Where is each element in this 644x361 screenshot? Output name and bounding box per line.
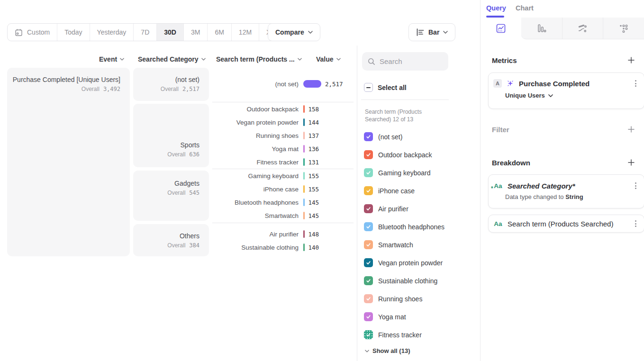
checkbox-checked[interactable] <box>364 132 373 141</box>
metrics-section-title: Metrics <box>492 56 517 64</box>
kebab-menu-icon[interactable] <box>634 219 637 228</box>
checkbox-checked[interactable] <box>364 150 373 159</box>
legend-item[interactable]: Air purifier <box>364 204 408 213</box>
range-7d[interactable]: 7D <box>134 24 157 41</box>
column-header-category[interactable]: Searched Category <box>138 55 206 63</box>
bar[interactable] <box>303 185 305 193</box>
date-range-selector: Custom Today Yesterday 7D 30D 3M 6M 12M … <box>7 23 296 41</box>
group-separator <box>212 223 354 223</box>
add-filter-button[interactable] <box>627 126 635 133</box>
range-6m[interactable]: 6M <box>208 24 231 41</box>
search-input[interactable] <box>380 57 443 65</box>
panel-divider <box>357 45 357 361</box>
tab-insights[interactable] <box>481 18 521 39</box>
checkbox-checked[interactable] <box>364 222 373 231</box>
metric-name: Purchase Completed <box>519 80 629 88</box>
kebab-menu-icon[interactable] <box>634 79 637 88</box>
legend-item[interactable]: Bluetooth headphones <box>364 222 444 231</box>
chart-row: Outdoor backpack 158 <box>212 105 354 113</box>
legend-item[interactable]: Fitness tracker <box>364 330 422 339</box>
category-cell-sports[interactable]: Sports Overall636 <box>133 104 209 167</box>
bar[interactable] <box>303 230 305 238</box>
select-all-checkbox[interactable] <box>364 83 373 92</box>
bar[interactable] <box>303 212 305 219</box>
range-today[interactable]: Today <box>57 24 90 41</box>
measure-selector[interactable]: Unique Users <box>505 92 644 99</box>
metric-card[interactable]: A Purchase Completed Unique Users <box>488 72 644 109</box>
flows-icon <box>577 23 588 34</box>
show-all-button[interactable]: Show all (13) <box>365 347 410 354</box>
legend-item[interactable]: Running shoes <box>364 294 422 303</box>
checkbox-checked[interactable] <box>364 330 373 339</box>
term-value: 137 <box>308 132 319 139</box>
breakdown-card-search-term[interactable]: Aa Search term (Products Searched) <box>488 215 644 233</box>
term-value: 136 <box>308 145 319 153</box>
string-property-icon: Aa <box>493 220 503 227</box>
term-value: 155 <box>308 186 319 193</box>
chart-row: iPhone case 155 <box>212 185 354 193</box>
checkbox-checked[interactable] <box>364 294 373 303</box>
chart-row: Running shoes 137 <box>212 131 354 140</box>
bar[interactable] <box>303 199 305 206</box>
legend-item[interactable]: Gaming keyboard <box>364 168 431 177</box>
legend-item[interactable]: Vegan protein powder <box>364 258 443 267</box>
select-all[interactable]: Select all <box>364 83 407 92</box>
category-cell-not-set[interactable]: (not set) Overall2,517 <box>133 68 209 101</box>
range-custom[interactable]: Custom <box>8 24 57 41</box>
column-header-term[interactable]: Search term (Products ... <box>216 55 302 63</box>
tab-funnels[interactable] <box>521 18 562 39</box>
add-breakdown-button[interactable] <box>627 159 635 166</box>
tab-flows[interactable] <box>562 18 603 39</box>
legend-item[interactable]: Yoga mat <box>364 312 406 321</box>
tab-query[interactable]: Query <box>486 4 506 12</box>
checkbox-checked[interactable] <box>364 240 373 249</box>
bar[interactable] <box>303 132 305 139</box>
compare-button[interactable]: Compare <box>268 23 320 41</box>
range-30d[interactable]: 30D <box>157 24 184 41</box>
breakdown-card-searched-category[interactable]: Aa* Searched Category* Data type changed… <box>488 174 644 208</box>
checkbox-checked[interactable] <box>364 312 373 321</box>
chart-row: Yoga mat 136 <box>212 144 354 153</box>
range-label: Custom <box>27 28 50 36</box>
range-yesterday[interactable]: Yesterday <box>90 24 134 41</box>
checkbox-checked[interactable] <box>364 276 373 285</box>
legend-item[interactable]: (not set) <box>364 132 402 141</box>
legend-divider <box>361 99 449 100</box>
checkbox-checked[interactable] <box>364 168 373 177</box>
legend-item[interactable]: Sustainable clothing <box>364 276 437 285</box>
bar[interactable] <box>303 244 305 251</box>
checkbox-checked[interactable] <box>364 204 373 213</box>
legend-item[interactable]: iPhone case <box>364 186 415 195</box>
column-header-value[interactable]: Value <box>316 55 341 63</box>
bar[interactable] <box>303 80 321 88</box>
bar[interactable] <box>303 172 305 180</box>
legend-item[interactable]: Smartwatch <box>364 240 413 249</box>
bar[interactable] <box>303 158 305 166</box>
term-value: 148 <box>308 231 319 238</box>
tab-chart[interactable]: Chart <box>516 4 534 12</box>
checkbox-checked[interactable] <box>364 186 373 195</box>
group-separator <box>212 169 354 169</box>
add-metric-button[interactable] <box>627 56 635 64</box>
category-cell-others[interactable]: Others Overall384 <box>133 224 209 256</box>
chart-type-button[interactable]: Bar <box>408 23 455 41</box>
kebab-menu-icon[interactable] <box>634 181 637 190</box>
range-12m[interactable]: 12M <box>232 24 259 41</box>
legend-item[interactable]: Outdoor backpack <box>364 150 432 159</box>
term-label: Smartwatch <box>212 212 303 219</box>
calendar-icon <box>15 28 23 36</box>
bar[interactable] <box>303 118 305 126</box>
chevron-down-icon <box>308 31 313 34</box>
checkbox-checked[interactable] <box>364 258 373 267</box>
event-cell[interactable]: Purchase Completed [Unique Users] Overal… <box>7 68 130 256</box>
tab-retention[interactable] <box>603 18 644 39</box>
range-3m[interactable]: 3M <box>184 24 208 41</box>
breakdown-section-title: Breakdown <box>492 159 530 167</box>
category-cell-gadgets[interactable]: Gadgets Overall545 <box>133 171 209 221</box>
bar[interactable] <box>303 105 305 113</box>
term-value: 145 <box>308 199 319 206</box>
bar[interactable] <box>303 145 305 153</box>
column-header-event[interactable]: Event <box>99 55 124 63</box>
chart-row: Gaming keyboard 155 <box>212 171 354 180</box>
term-label: iPhone case <box>212 186 303 193</box>
